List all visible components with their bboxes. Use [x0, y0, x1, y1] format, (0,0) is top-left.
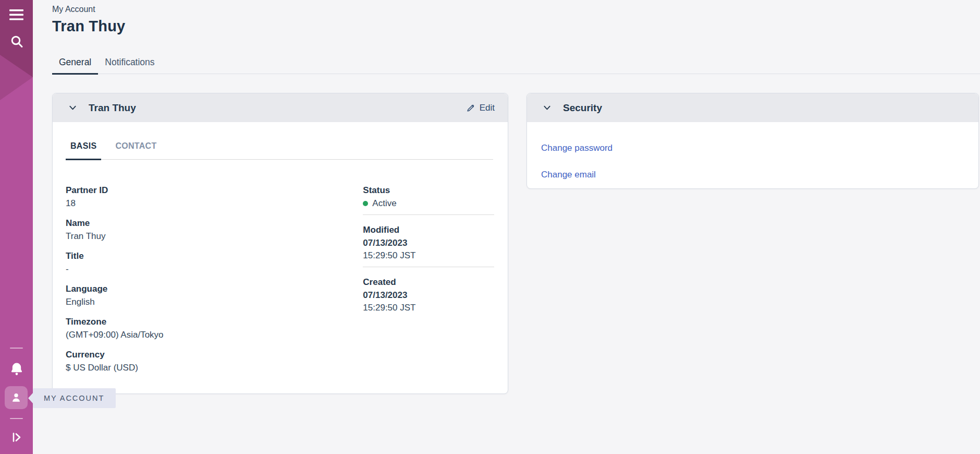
security-body: Change password Change email	[527, 122, 978, 188]
pencil-icon	[467, 103, 475, 112]
security-card-header: Security	[527, 93, 978, 122]
modified-date: 07/13/2023	[363, 237, 494, 248]
divider	[363, 267, 494, 267]
chevron-down-icon[interactable]	[68, 103, 77, 112]
main-content: My Account Tran Thuy General Notificatio…	[33, 0, 980, 394]
edit-button[interactable]: Edit	[467, 103, 495, 113]
field-timezone: Timezone (GMT+09:00) Asia/Tokyo	[66, 316, 310, 340]
tab-notifications[interactable]: Notifications	[98, 56, 161, 75]
field-value: $ US Dollar (USD)	[66, 362, 310, 373]
subtab-contact[interactable]: CONTACT	[111, 141, 161, 160]
field-label: Created	[363, 277, 494, 288]
search-button[interactable]	[0, 30, 33, 53]
edit-button-label: Edit	[480, 103, 495, 113]
status-value: Active	[372, 198, 396, 209]
field-currency: Currency $ US Dollar (USD)	[66, 349, 310, 373]
person-icon	[9, 391, 23, 404]
field-created: Created 07/13/2023 15:29:50 JST	[363, 277, 494, 313]
expand-icon	[10, 431, 23, 444]
profile-columns: Partner ID 18 Name Tran Thuy Title - Lan…	[53, 160, 508, 393]
menu-icon	[9, 9, 23, 20]
subtab-basis[interactable]: BASIS	[66, 141, 101, 160]
notifications-button[interactable]	[0, 358, 33, 381]
field-partner-id: Partner ID 18	[66, 185, 310, 209]
profile-subtabs: BASIS CONTACT	[66, 122, 493, 160]
my-account-tooltip: MY ACCOUNT	[33, 388, 116, 408]
security-card-title: Security	[563, 102, 602, 114]
modified-time: 15:29:50 JST	[363, 250, 494, 261]
divider	[363, 214, 494, 215]
profile-meta-column: Status Active Modified 07/13/2023 15:29:…	[363, 185, 494, 382]
page-title: Tran Thuy	[52, 17, 980, 35]
tooltip-label: MY ACCOUNT	[44, 394, 104, 402]
field-label: Name	[66, 218, 310, 229]
field-label: Status	[363, 185, 494, 196]
sidebar	[0, 0, 33, 454]
cards-row: Tran Thuy Edit BASIS CONTACT Pa	[52, 93, 980, 394]
profile-card-header: Tran Thuy Edit	[53, 93, 508, 122]
profile-card-title: Tran Thuy	[89, 102, 136, 114]
security-card: Security Change password Change email	[526, 93, 979, 189]
chevron-down-icon[interactable]	[543, 103, 552, 112]
profile-card: Tran Thuy Edit BASIS CONTACT Pa	[52, 93, 508, 394]
field-label: Currency	[66, 349, 310, 360]
page-tabs: General Notifications	[52, 56, 980, 74]
field-name: Name Tran Thuy	[66, 218, 310, 242]
my-account-button[interactable]	[5, 386, 28, 409]
search-icon	[10, 35, 23, 49]
field-value: (GMT+09:00) Asia/Tokyo	[66, 329, 310, 340]
expand-sidebar-button[interactable]	[0, 426, 33, 449]
sidebar-divider	[10, 418, 23, 419]
sidebar-divider	[10, 348, 23, 349]
status-badge: Active	[363, 198, 494, 209]
field-label: Title	[66, 250, 310, 261]
field-value: 18	[66, 198, 310, 209]
status-dot-icon	[363, 201, 368, 206]
menu-button[interactable]	[0, 3, 33, 26]
field-status: Status Active	[363, 185, 494, 209]
bell-icon	[10, 362, 23, 377]
field-modified: Modified 07/13/2023 15:29:50 JST	[363, 224, 494, 261]
change-email-link[interactable]: Change email	[541, 169, 596, 180]
field-value: -	[66, 264, 310, 274]
field-label: Partner ID	[66, 185, 310, 196]
change-password-link[interactable]: Change password	[541, 142, 612, 153]
field-language: Language English	[66, 283, 310, 307]
profile-fields-column: Partner ID 18 Name Tran Thuy Title - Lan…	[66, 185, 310, 382]
field-title: Title -	[66, 250, 310, 274]
field-value: Tran Thuy	[66, 231, 310, 242]
field-label: Modified	[363, 224, 494, 235]
breadcrumb: My Account	[52, 4, 980, 15]
created-date: 07/13/2023	[363, 290, 494, 301]
field-value: English	[66, 296, 310, 307]
field-label: Timezone	[66, 316, 310, 327]
tab-general[interactable]: General	[52, 56, 98, 75]
created-time: 15:29:50 JST	[363, 302, 494, 313]
field-label: Language	[66, 283, 310, 294]
